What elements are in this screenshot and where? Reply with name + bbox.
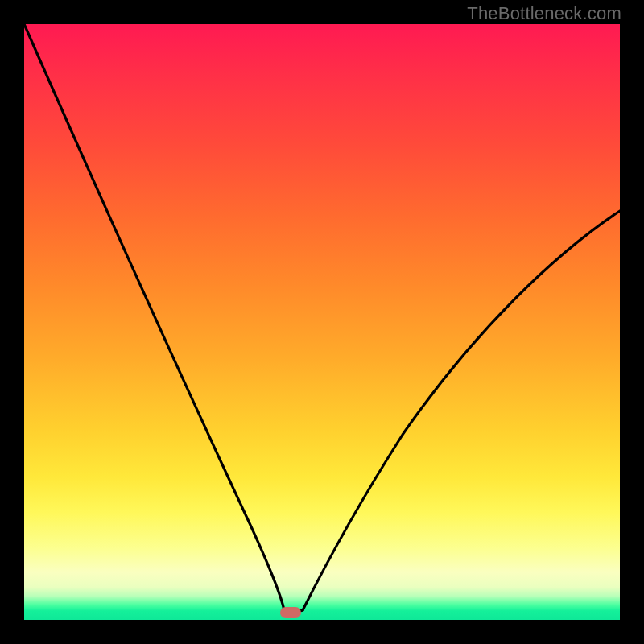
chart-frame: TheBottleneck.com [0, 0, 644, 644]
curve-left [24, 24, 284, 610]
plot-area [24, 24, 620, 620]
bottleneck-curve [24, 24, 620, 620]
valley-marker [280, 607, 301, 618]
curve-right [303, 211, 620, 610]
watermark-text: TheBottleneck.com [467, 3, 621, 24]
